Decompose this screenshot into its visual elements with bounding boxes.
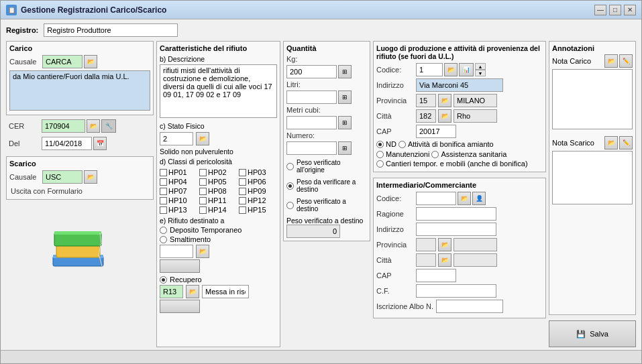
check-hp02: HP02 xyxy=(199,168,237,176)
provincia-browse-btn[interactable]: 📂 xyxy=(438,94,451,107)
manutenzioni-radio[interactable] xyxy=(376,151,384,158)
nota-carico-browse-btn[interactable]: 📂 xyxy=(604,54,618,68)
peso-destino-radio[interactable] xyxy=(286,182,294,190)
luogo-column: Luogo di produzione e attività di proven… xyxy=(373,41,546,347)
salva-button[interactable]: 💾 Salva xyxy=(549,320,636,347)
hp05-checkbox[interactable] xyxy=(199,178,207,186)
hp10-checkbox[interactable] xyxy=(160,197,167,204)
citta-num-input[interactable] xyxy=(416,109,436,123)
provincia-name-input[interactable] xyxy=(453,94,497,107)
peso-dest2-radio[interactable] xyxy=(286,202,294,209)
cap-input[interactable] xyxy=(416,125,456,138)
int-codice-input[interactable] xyxy=(416,192,456,205)
peso-origine-radio-item: Peso verificato all'origine xyxy=(286,159,367,174)
cantieri-radio[interactable] xyxy=(376,160,384,168)
smaltimento-radio[interactable] xyxy=(160,236,167,243)
causale-scarico-input[interactable] xyxy=(42,170,83,184)
smaltimento-browse-btn[interactable]: 📂 xyxy=(196,245,209,258)
hp06-checkbox[interactable] xyxy=(239,178,246,186)
hp14-checkbox[interactable] xyxy=(199,206,207,214)
deposito-radio[interactable] xyxy=(160,227,167,234)
hp12-checkbox[interactable] xyxy=(239,197,246,204)
maximize-button[interactable]: □ xyxy=(609,5,621,15)
indirizzo-input[interactable] xyxy=(416,78,503,92)
citta-browse-btn[interactable]: 📂 xyxy=(438,109,451,123)
codice-chart-btn[interactable]: 📊 xyxy=(459,63,474,76)
cer-extra-btn[interactable]: 🔧 xyxy=(101,119,116,133)
codice-down-arrow[interactable]: ▼ xyxy=(475,70,486,76)
litri-input[interactable] xyxy=(286,90,337,104)
int-ragione-input[interactable] xyxy=(416,207,496,221)
recupero-extra-btn[interactable] xyxy=(160,300,200,313)
recupero-desc-input[interactable] xyxy=(202,285,249,298)
hp03-checkbox[interactable] xyxy=(239,169,246,176)
int-codice-browse-btn[interactable]: 📂 xyxy=(458,192,471,205)
causale-carico-input[interactable] xyxy=(42,55,83,68)
carico-section: Carico Causale 📂 da Mio cantiere/Fuori d… xyxy=(6,41,154,115)
hp04-checkbox[interactable] xyxy=(160,178,167,186)
int-iscrizione-input[interactable] xyxy=(436,300,503,313)
mc-input[interactable] xyxy=(286,116,337,129)
smaltimento-extra-btn[interactable] xyxy=(160,259,200,273)
causale-carico-browse-btn[interactable]: 📂 xyxy=(84,55,97,68)
int-codice-label: Codice: xyxy=(376,194,413,202)
codice-browse-btn[interactable]: 📂 xyxy=(444,63,458,76)
nota-scarico-edit-btn[interactable]: ✏️ xyxy=(619,136,633,149)
int-citta-num-input[interactable] xyxy=(416,253,436,267)
peso-origine-radio[interactable] xyxy=(286,163,294,170)
bonifica-radio[interactable] xyxy=(398,141,406,148)
int-provincia-browse-btn[interactable]: 📂 xyxy=(438,238,451,251)
nota-scarico-browse-btn[interactable]: 📂 xyxy=(604,136,618,149)
peso-dest-input[interactable] xyxy=(286,225,340,238)
causale-scarico-browse-btn[interactable]: 📂 xyxy=(84,170,97,184)
carico-description[interactable]: da Mio cantiere/Fuori dalla mia U.L. xyxy=(9,70,150,111)
close-button[interactable]: ✕ xyxy=(624,5,636,15)
recupero-radio[interactable] xyxy=(160,276,167,284)
numero-input[interactable] xyxy=(286,141,337,155)
hp13-checkbox[interactable] xyxy=(160,206,167,214)
stato-browse-btn[interactable]: 📂 xyxy=(196,132,209,145)
mc-calc-btn[interactable]: ⊞ xyxy=(338,116,352,129)
hp09-checkbox[interactable] xyxy=(239,188,246,195)
int-provincia-num-input[interactable] xyxy=(416,238,436,251)
litri-calc-btn[interactable]: ⊞ xyxy=(338,90,352,104)
int-cf-input[interactable] xyxy=(416,284,496,298)
hp07-checkbox[interactable] xyxy=(160,188,167,195)
hp11-checkbox[interactable] xyxy=(199,197,207,204)
cer-browse-btn[interactable]: 📂 xyxy=(87,119,100,133)
recupero-browse-btn[interactable]: 📂 xyxy=(186,285,199,298)
kg-input[interactable] xyxy=(286,65,337,78)
provincia-num-input[interactable] xyxy=(416,94,436,107)
smaltimento-code-input[interactable] xyxy=(160,245,193,258)
del-calendar-btn[interactable]: 📅 xyxy=(93,137,107,150)
recupero-code-input[interactable] xyxy=(160,285,183,298)
nd-radio[interactable] xyxy=(376,141,384,148)
stato-input[interactable] xyxy=(160,132,193,145)
cer-input[interactable] xyxy=(42,119,85,133)
kg-calc-btn[interactable]: ⊞ xyxy=(338,65,352,78)
codice-input[interactable] xyxy=(416,63,443,76)
int-provincia-name-input[interactable] xyxy=(453,238,497,251)
del-input[interactable] xyxy=(42,137,92,150)
codice-up-arrow[interactable]: ▲ xyxy=(475,63,486,70)
numero-calc-btn[interactable]: ⊞ xyxy=(338,141,352,155)
hp01-checkbox[interactable] xyxy=(160,169,167,176)
hp15-checkbox[interactable] xyxy=(239,206,246,214)
int-indirizzo-input[interactable] xyxy=(416,223,496,236)
salva-icon: 💾 xyxy=(576,330,586,339)
nota-carico-textarea[interactable] xyxy=(552,69,633,129)
int-citta-name-input[interactable] xyxy=(453,253,497,267)
int-citta-browse-btn[interactable]: 📂 xyxy=(438,253,451,267)
int-codice-person-btn[interactable]: 👤 xyxy=(472,192,486,205)
citta-name-input[interactable] xyxy=(453,109,497,123)
registro-input[interactable] xyxy=(44,23,178,37)
nota-carico-edit-btn[interactable]: ✏️ xyxy=(619,54,633,68)
int-cap-label: CAP xyxy=(376,271,413,280)
int-cap-input[interactable] xyxy=(416,269,456,282)
hp02-checkbox[interactable] xyxy=(199,169,207,176)
nota-scarico-textarea[interactable] xyxy=(552,151,633,204)
minimize-button[interactable]: — xyxy=(594,5,606,15)
hp08-checkbox[interactable] xyxy=(199,188,207,195)
assistenza-radio[interactable] xyxy=(431,151,439,158)
descrizione-textarea[interactable]: rifiuti misti dell'attività di costruzio… xyxy=(160,64,277,118)
